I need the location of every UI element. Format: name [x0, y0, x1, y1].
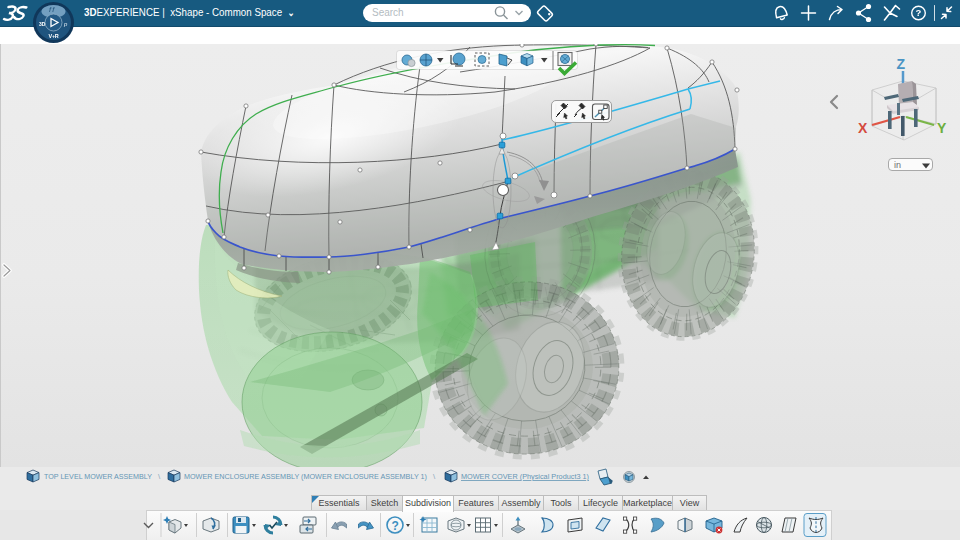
svg-text:Y: Y [937, 120, 947, 136]
svg-text:?: ? [392, 519, 399, 533]
svg-text:\: \ [158, 472, 161, 481]
svg-text:ƒƒ: ƒƒ [49, 6, 56, 12]
svg-text:MOWER ENCLOSURE ASSEMBLY (MOWE: MOWER ENCLOSURE ASSEMBLY (MOWER ENCLOSUR… [184, 472, 427, 481]
svg-text:3D: 3D [39, 21, 46, 27]
svg-text:MOWER COVER (Physical Product3: MOWER COVER (Physical Product3 1) [461, 472, 589, 481]
svg-text:?: ? [916, 7, 922, 18]
svg-text:Z: Z [897, 56, 906, 72]
svg-text:V+R: V+R [49, 33, 59, 39]
svg-text:TOP LEVEL MOWER ASSEMBLY: TOP LEVEL MOWER ASSEMBLY [44, 472, 153, 481]
svg-text:p: p [63, 21, 68, 27]
svg-text:X: X [858, 120, 868, 136]
svg-text:\: \ [433, 472, 436, 481]
